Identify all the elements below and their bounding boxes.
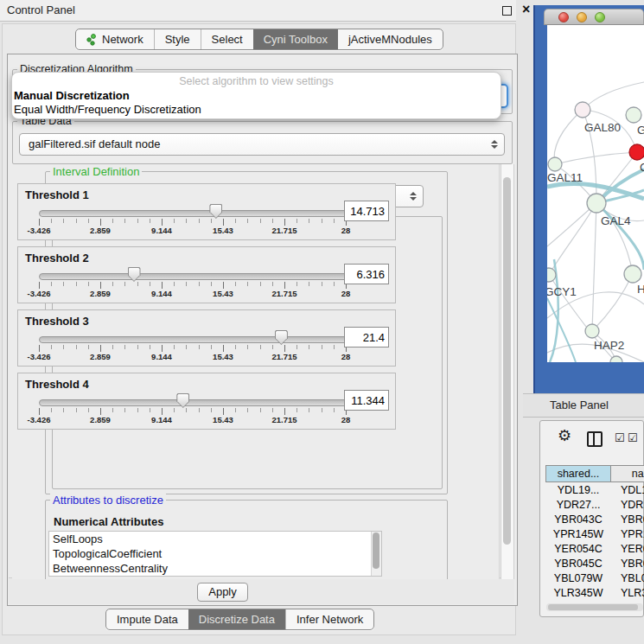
table-rows[interactable]: YDL19...YDL1...YDR27...YDR2...YBR043CYBR… bbox=[545, 483, 644, 599]
combo-stepper-icon bbox=[410, 192, 417, 201]
network-node[interactable] bbox=[626, 107, 641, 123]
combo-stepper-icon bbox=[491, 140, 498, 149]
cell-name[interactable]: YBR0... bbox=[611, 513, 644, 527]
table-hscrollbar[interactable] bbox=[546, 603, 643, 611]
table-row[interactable]: YBL079WYBL0... bbox=[545, 571, 644, 586]
table-row[interactable]: YDR27...YDR2... bbox=[545, 498, 644, 513]
network-window-titlebar[interactable] bbox=[544, 9, 644, 25]
threshold-slider-track[interactable] bbox=[39, 210, 348, 217]
cell-name[interactable]: YDL1... bbox=[611, 483, 644, 498]
table-row[interactable]: YLR345WYLR3... bbox=[545, 586, 644, 599]
mac-zoom-icon[interactable] bbox=[595, 12, 605, 22]
columns-icon[interactable] bbox=[587, 431, 603, 447]
mac-minimize-icon[interactable] bbox=[577, 12, 587, 22]
network-node-label: GA bbox=[637, 124, 644, 137]
tick-label: 15.43 bbox=[213, 226, 233, 235]
threshold-row: Threshold 2 -3.4262.8599.14415.4321.7152… bbox=[17, 246, 396, 303]
tab-network[interactable]: Network bbox=[76, 29, 154, 49]
column-header-name[interactable]: name bbox=[611, 465, 644, 482]
column-header-shared-name[interactable]: shared... bbox=[545, 465, 611, 482]
table-hscrollbar-thumb[interactable] bbox=[548, 604, 638, 610]
table-panel-title: Table Panel bbox=[550, 399, 609, 411]
table-data-combo[interactable]: galFiltered.sif default node bbox=[19, 133, 505, 156]
attribute-item[interactable]: BetweennessCentrality bbox=[49, 561, 381, 576]
interval-definition-legend: Interval Definition bbox=[50, 165, 142, 178]
threshold-value-field[interactable]: 6.316 bbox=[344, 264, 389, 284]
attributes-scrollbar-thumb[interactable] bbox=[373, 532, 379, 569]
tab-infer-network[interactable]: Infer Network bbox=[285, 609, 373, 629]
table-row[interactable]: YBR043CYBR0... bbox=[545, 513, 644, 527]
cell-shared-name[interactable]: YLR345W bbox=[545, 586, 611, 599]
table-row[interactable]: YDL19...YDL1... bbox=[545, 483, 644, 498]
cell-shared-name[interactable]: YBL079W bbox=[545, 571, 611, 586]
tick-label: 28 bbox=[341, 352, 351, 361]
algorithm-option-equal-width[interactable]: Equal Width/Frequency Discretization bbox=[14, 103, 201, 116]
apply-button[interactable]: Apply bbox=[197, 583, 248, 602]
checkbox-icon[interactable]: ☑ bbox=[628, 432, 638, 443]
float-window-icon[interactable] bbox=[502, 6, 512, 16]
tick-label: 28 bbox=[341, 226, 351, 235]
tab-select[interactable]: Select bbox=[201, 29, 253, 49]
tab-style[interactable]: Style bbox=[154, 29, 201, 49]
cell-name[interactable]: YBL0... bbox=[611, 571, 644, 586]
threshold-value-field[interactable]: 21.4 bbox=[344, 327, 389, 348]
settings-scrollbar[interactable] bbox=[501, 164, 514, 579]
numerical-attributes-list[interactable]: SelfLoopsTopologicalCoefficientBetweenne… bbox=[48, 531, 382, 577]
gear-icon[interactable]: ⚙ bbox=[558, 428, 571, 443]
network-node[interactable] bbox=[624, 265, 641, 283]
network-node[interactable] bbox=[548, 157, 562, 171]
cell-shared-name[interactable]: YDR27... bbox=[545, 498, 611, 513]
cyni-mode-tabs: Impute Data Discretize Data Infer Networ… bbox=[105, 609, 374, 630]
cell-shared-name[interactable]: YPR145W bbox=[545, 527, 611, 542]
tab-discretize-data[interactable]: Discretize Data bbox=[188, 609, 285, 629]
tab-impute-data[interactable]: Impute Data bbox=[106, 609, 188, 629]
network-node[interactable] bbox=[547, 268, 556, 282]
network-view[interactable]: GAL80GACGAL11GAL4GCY1HHAP2 bbox=[547, 25, 644, 362]
network-node[interactable] bbox=[575, 102, 590, 118]
table-row[interactable]: YBR045CYBR0... bbox=[545, 557, 644, 571]
threshold-label: Threshold 2 bbox=[25, 252, 89, 265]
attribute-items: SelfLoopsTopologicalCoefficientBetweenne… bbox=[49, 532, 381, 576]
cell-shared-name[interactable]: YBR043C bbox=[545, 513, 611, 527]
threshold-value-field[interactable]: 11.344 bbox=[344, 390, 389, 411]
tick-label: 21.715 bbox=[271, 226, 296, 235]
tab-cyni-toolbox[interactable]: Cyni Toolbox bbox=[253, 29, 338, 49]
threshold-slider-track[interactable] bbox=[39, 336, 348, 343]
algorithm-option-manual[interactable]: Manual Discretization bbox=[14, 89, 130, 102]
cell-shared-name[interactable]: YDL19... bbox=[545, 483, 611, 498]
tick-label: -3.426 bbox=[28, 226, 51, 235]
threshold-row: Threshold 1 -3.4262.8599.14415.4321.7152… bbox=[17, 183, 396, 240]
tab-network-label: Network bbox=[102, 29, 143, 49]
cell-name[interactable]: YBR0... bbox=[611, 557, 644, 571]
cell-name[interactable]: YER0... bbox=[611, 542, 644, 557]
mac-close-icon[interactable] bbox=[558, 12, 569, 22]
threshold-value-field[interactable]: 14.713 bbox=[344, 201, 389, 221]
cell-shared-name[interactable]: YER054C bbox=[545, 542, 611, 557]
checkbox-icon[interactable]: ☑ bbox=[615, 432, 625, 443]
network-node-label: GAL80 bbox=[584, 121, 621, 134]
cell-name[interactable]: YPR1... bbox=[611, 527, 644, 542]
close-icon[interactable]: × bbox=[522, 2, 530, 17]
threshold-row: Threshold 4 -3.4262.8599.14415.4321.7152… bbox=[17, 373, 396, 430]
table-panel-titlebar: Table Panel bbox=[523, 393, 644, 418]
attributes-scrollbar[interactable] bbox=[371, 532, 381, 576]
network-node[interactable] bbox=[587, 194, 606, 213]
table-row[interactable]: YPR145WYPR1... bbox=[545, 527, 644, 542]
network-node[interactable] bbox=[585, 324, 599, 338]
network-node-label: GCY1 bbox=[547, 285, 577, 298]
network-node[interactable] bbox=[629, 144, 644, 160]
threshold-slider-track[interactable] bbox=[39, 399, 348, 406]
apply-strip: Apply bbox=[9, 577, 514, 604]
attribute-item[interactable]: TopologicalCoefficient bbox=[49, 546, 381, 561]
threshold-slider-track[interactable] bbox=[39, 273, 348, 280]
tick-label: 9.144 bbox=[151, 289, 172, 298]
cell-name[interactable]: YDR2... bbox=[611, 498, 644, 513]
table-header: shared... name bbox=[545, 465, 644, 482]
tab-jactivemnodules[interactable]: jActiveMNodules bbox=[338, 29, 443, 49]
cell-shared-name[interactable]: YBR045C bbox=[545, 557, 611, 571]
cell-name[interactable]: YLR3... bbox=[611, 586, 644, 599]
settings-scrollbar-thumb[interactable] bbox=[503, 177, 511, 545]
attribute-item[interactable]: SelfLoops bbox=[49, 532, 381, 546]
table-row[interactable]: YER054CYER0... bbox=[545, 542, 644, 557]
network-node-label: C bbox=[640, 161, 644, 174]
